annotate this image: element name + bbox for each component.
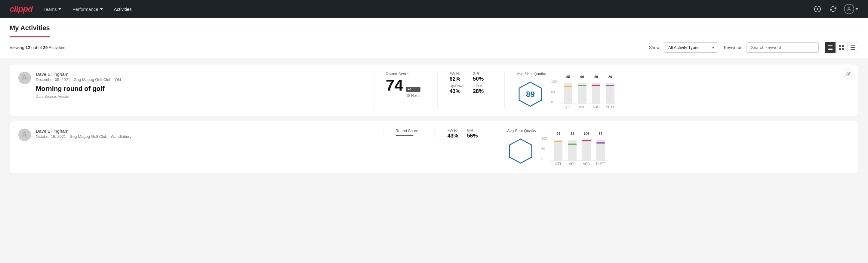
refresh-button[interactable] — [828, 4, 838, 14]
user-name: Dave Billingham — [36, 128, 378, 134]
one-putt-block: 1 Putt 28% — [473, 84, 488, 94]
viewing-count-text: Viewing 12 out of 29 Activities — [10, 45, 643, 50]
navbar-right — [813, 4, 858, 14]
svg-rect-6 — [828, 48, 833, 49]
bar-column: 82 — [568, 137, 577, 161]
bar-column: 89 — [606, 80, 615, 104]
list-icon — [850, 46, 856, 50]
avatar — [844, 4, 854, 14]
dense-list-icon — [828, 46, 833, 50]
fw-hit-label: FW Hit — [450, 71, 464, 76]
up-down-block: Up/Down 43% — [450, 84, 464, 94]
gir-value: 50% — [473, 76, 488, 82]
grid-icon — [839, 45, 844, 50]
holes-label: 18 Holes — [406, 94, 420, 98]
activity-card: Dave Billingham December 05, 2021 - Gog … — [10, 64, 858, 116]
bar-chart: 100 50 0 948210687 — [541, 137, 608, 166]
svg-rect-13 — [850, 47, 856, 48]
user-avatar — [18, 71, 31, 84]
svg-marker-18 — [509, 139, 532, 163]
gir-value: 56% — [467, 133, 478, 139]
teams-chevron-icon — [58, 7, 62, 11]
svg-point-3 — [848, 7, 850, 9]
round-score-block: Round Score — [383, 128, 430, 136]
bar-column: 89 — [592, 80, 601, 104]
gir-block: GIR 56% — [467, 128, 478, 139]
gir-block: GIR 50% — [473, 71, 488, 82]
activity-title[interactable]: Morning round of golf — [36, 85, 369, 93]
nav-performance[interactable]: Performance — [72, 7, 103, 12]
up-down-label: Up/Down — [450, 84, 464, 88]
gir-label: GIR — [473, 71, 488, 76]
main-content: Dave Billingham December 05, 2021 - Gog … — [0, 58, 868, 184]
show-label: Show: — [649, 45, 661, 50]
user-avatar-button[interactable] — [844, 4, 858, 14]
avg-shot-quality-label: Avg Shot Quality — [517, 71, 546, 76]
svg-rect-10 — [839, 48, 841, 50]
svg-rect-14 — [850, 49, 856, 50]
svg-rect-4 — [828, 46, 833, 46]
shot-quality-hex: 89 — [517, 81, 544, 108]
stats-block: FW Hit 43% GIR 56% — [435, 128, 490, 139]
pencil-icon — [846, 72, 850, 76]
page-header: My Activities — [0, 18, 868, 37]
search-input[interactable] — [746, 42, 819, 53]
count-number: 12 — [26, 45, 30, 50]
show-filter-group: Show: All Activity Types — [649, 42, 718, 53]
svg-point-17 — [24, 133, 26, 135]
shot-quality-hex — [507, 138, 534, 165]
activity-type-select[interactable]: All Activity Types — [664, 42, 718, 53]
shot-quality-block: Avg Shot Quality 100 50 — [495, 128, 850, 166]
navbar: clippd Teams Performance Activities — [0, 0, 868, 18]
stats-block: FW Hit 62% GIR 50% Up/Down 43% 1 Putt 28… — [437, 71, 500, 109]
add-button[interactable] — [813, 4, 822, 14]
logo[interactable]: clippd — [10, 4, 32, 14]
bar-column: 106 — [582, 137, 591, 161]
fw-hit-block: FW Hit 62% — [450, 71, 464, 82]
score-row: 74 +4 18 Holes — [386, 77, 421, 98]
bar-chart: 100 50 0 85908989 — [551, 80, 617, 109]
fw-hit-value: 62% — [450, 76, 464, 82]
user-avatar — [18, 128, 31, 141]
svg-rect-5 — [828, 47, 833, 47]
fw-hit-block: FW Hit 43% — [447, 128, 459, 139]
shot-quality-block: Avg Shot Quality 89 100 — [504, 71, 850, 109]
activity-card: Dave Billingham October 16, 2021 - Gog M… — [10, 121, 858, 173]
round-score-label: Round Score — [386, 71, 421, 76]
svg-rect-12 — [850, 46, 856, 46]
fw-hit-label: FW Hit — [447, 128, 459, 133]
nav-teams[interactable]: Teams — [43, 7, 61, 12]
data-source: Data Source: Arccos — [36, 94, 369, 99]
performance-chevron-icon — [99, 7, 103, 11]
nav-activities[interactable]: Activities — [114, 7, 132, 12]
score-value: 74 — [386, 77, 403, 93]
svg-rect-9 — [842, 45, 844, 47]
bar-column: 94 — [554, 137, 563, 161]
navbar-left: clippd Teams Performance Activities — [10, 4, 132, 14]
page-title: My Activities — [10, 24, 50, 32]
gir-label: GIR — [467, 128, 478, 133]
list-view-button[interactable] — [847, 42, 858, 53]
keywords-filter-group: Keywords: — [724, 42, 819, 53]
edit-button[interactable] — [844, 69, 853, 79]
total-number: 29 — [43, 45, 48, 50]
filter-bar: Viewing 12 out of 29 Activities Show: Al… — [0, 37, 868, 58]
shot-quality-score: 89 — [526, 90, 535, 99]
grid-view-button[interactable] — [836, 42, 847, 53]
round-score-label: Round Score — [396, 128, 418, 133]
up-down-value: 43% — [450, 88, 464, 94]
svg-point-15 — [24, 76, 26, 78]
activity-type-select-wrap: All Activity Types — [664, 42, 718, 53]
date-location: December 05, 2021 - Gog Magog Golf Club … — [36, 77, 369, 82]
dense-list-view-button[interactable] — [825, 42, 836, 53]
keywords-label: Keywords: — [724, 45, 743, 50]
score-badge: +4 — [406, 87, 420, 92]
one-putt-label: 1 Putt — [473, 84, 488, 88]
bar-column: 90 — [578, 80, 587, 104]
user-name: Dave Billingham — [36, 71, 369, 77]
round-score-block: Round Score 74 +4 18 Holes — [374, 71, 433, 109]
one-putt-value: 28% — [473, 88, 488, 94]
view-toggles — [825, 42, 858, 53]
date-location: October 16, 2021 - Gog Magog Golf Club -… — [36, 134, 378, 139]
svg-rect-8 — [839, 45, 841, 47]
